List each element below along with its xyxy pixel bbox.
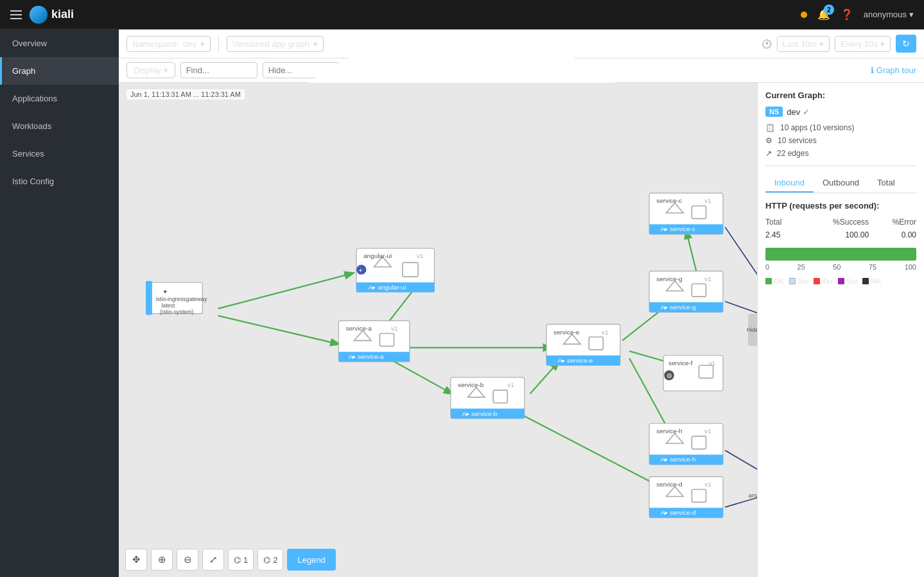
svg-text:latest: latest <box>161 302 175 309</box>
layout1-icon: ⌬ <box>234 555 241 565</box>
svg-text:+: + <box>358 266 362 274</box>
zoom-in-button[interactable]: ⊕ <box>151 549 173 571</box>
svg-text:A▸  service-b: A▸ service-b <box>462 410 498 417</box>
fit-button[interactable]: ⤢ <box>202 549 224 571</box>
svg-text:v1: v1 <box>704 275 711 282</box>
bottom-controls: ✥ ⊕ ⊖ ⤢ ⌬ 1 ⌬ 2 Legend <box>125 549 336 571</box>
node-service-g[interactable]: service-g v1 A▸ service-g <box>649 271 723 312</box>
hide-panel-icon: Hide <box>747 327 757 333</box>
svg-text:⚙: ⚙ <box>667 372 672 379</box>
svg-line-2 <box>218 316 339 344</box>
svg-text:service-b: service-b <box>458 381 484 388</box>
svg-text:(istio-system): (istio-system) <box>160 309 194 315</box>
hide-panel-toggle[interactable]: Hide <box>748 314 757 346</box>
graph-area[interactable]: Jun 1, 11:13:31 AM ... 11:23:31 AM <box>119 83 757 577</box>
svg-text:A▸  service-d: A▸ service-d <box>661 509 696 516</box>
svg-text:amazon-mq-external-mesh: amazon-mq-external-mesh <box>749 492 757 499</box>
help-button[interactable]: ❓ <box>841 8 853 21</box>
move-button[interactable]: ✥ <box>125 549 147 571</box>
svg-text:service-f: service-f <box>668 359 693 366</box>
node-service-h[interactable]: service-h v1 A▸ service-h <box>649 424 723 465</box>
notifications-badge: 2 <box>824 4 834 15</box>
svg-text:service-d: service-d <box>656 481 682 488</box>
svg-line-6 <box>530 362 559 394</box>
svg-text:v1: v1 <box>507 381 514 388</box>
svg-text:v1: v1 <box>704 197 711 204</box>
svg-text:service-g: service-g <box>656 275 682 282</box>
svg-line-14 <box>725 227 757 316</box>
layout2-button[interactable]: ⌬ 2 <box>257 549 283 571</box>
node-service-d[interactable]: service-d v1 A▸ service-d <box>649 477 723 518</box>
svg-line-16 <box>725 451 757 486</box>
node-ingress[interactable]: ✦ istio-ingressgateway latest (istio-sys… <box>146 281 207 315</box>
svg-text:service-e: service-e <box>554 329 580 336</box>
svg-text:service-a: service-a <box>345 325 372 332</box>
svg-text:v1: v1 <box>417 252 424 259</box>
progress-bar-fill <box>765 248 916 261</box>
node-service-f[interactable]: service-f v1 ⚙ <box>663 356 723 391</box>
svg-text:istio-ingressgateway: istio-ingressgateway <box>155 296 207 302</box>
legend-button[interactable]: Legend <box>287 549 335 571</box>
svg-text:service-h: service-h <box>656 427 682 435</box>
layout2-count: 2 <box>273 555 277 565</box>
node-service-e[interactable]: service-e v1 A▸ service-e <box>546 324 620 365</box>
layout1-button[interactable]: ⌬ 1 <box>228 549 254 571</box>
svg-text:v1: v1 <box>602 329 609 336</box>
svg-text:A▸  angular-ui: A▸ angular-ui <box>369 284 406 291</box>
notifications-button[interactable]: 🔔 2 <box>817 8 830 21</box>
progress-bar <box>765 248 916 261</box>
node-angular-ui[interactable]: angular-ui v1 A▸ angular-ui + <box>356 248 434 292</box>
svg-text:v1: v1 <box>391 325 398 332</box>
svg-text:A▸  service-g: A▸ service-g <box>661 304 696 311</box>
node-service-b[interactable]: service-b v1 A▸ service-b <box>451 377 525 418</box>
kiali-icon <box>30 6 48 24</box>
svg-text:A▸  service-a: A▸ service-a <box>349 353 384 360</box>
svg-text:angular-ui: angular-ui <box>363 252 392 259</box>
layout1-count: 1 <box>243 555 248 565</box>
layout2-icon: ⌬ <box>263 555 270 565</box>
zoom-out-button[interactable]: ⊖ <box>177 549 198 571</box>
node-service-c[interactable]: service-c v1 A▸ service-c <box>649 193 723 234</box>
svg-text:A▸  service-c: A▸ service-c <box>661 225 695 232</box>
node-service-a[interactable]: service-a v1 A▸ service-a <box>338 321 409 362</box>
svg-text:service-c: service-c <box>656 197 682 204</box>
navbar: kiali 🔔 2 ❓ anonymous ▾ <box>0 0 924 30</box>
svg-text:v1: v1 <box>704 481 711 488</box>
svg-text:A▸  service-e: A▸ service-e <box>558 357 593 364</box>
svg-text:v1: v1 <box>709 359 716 366</box>
navbar-left: kiali <box>10 6 74 24</box>
user-status-icon <box>801 12 807 18</box>
svg-line-5 <box>388 358 452 393</box>
svg-text:A▸  service-h: A▸ service-h <box>661 456 696 463</box>
svg-text:✦: ✦ <box>162 288 168 295</box>
svg-rect-23 <box>146 281 152 315</box>
svg-text:v1: v1 <box>704 427 711 435</box>
graph-svg: ✦ istio-ingressgateway latest (istio-sys… <box>119 83 757 577</box>
node-amazon-external[interactable]: ✦ amazon-mq-external-mesh <box>749 466 757 499</box>
svg-line-1 <box>218 273 353 309</box>
kiali-logo: kiali <box>30 6 74 24</box>
